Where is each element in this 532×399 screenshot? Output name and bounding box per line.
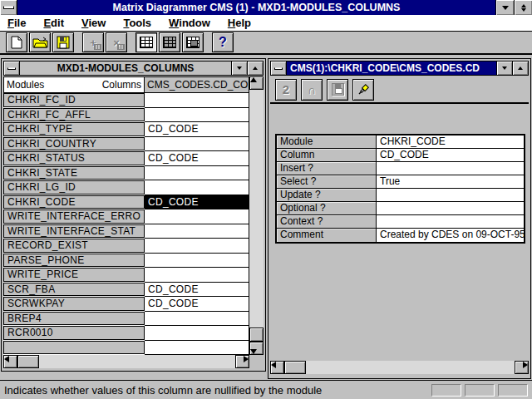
matrix-cell[interactable]	[145, 209, 249, 224]
matrix-cell[interactable]	[145, 180, 249, 195]
property-row: Column CD_CODE	[277, 149, 524, 162]
matrix-cell[interactable]	[145, 93, 249, 108]
properties-window: CMS(1):\CHKRI_CODE\CMS_CODES.CD 2 ∩	[268, 58, 531, 379]
module-row-header[interactable]: WRITE_PRICE	[3, 268, 145, 282]
module-row-header[interactable]: SCR_FBA	[3, 283, 145, 297]
status-panel-1	[431, 384, 461, 397]
module-row-header[interactable]: CHKRI_LG_ID	[3, 180, 145, 195]
matrix-cell[interactable]: CD_CODE	[145, 195, 249, 210]
property-value[interactable]	[377, 189, 524, 202]
module-row-header[interactable]: WRITE_INTERFACE_ERRO	[3, 209, 145, 224]
matrix-window-maximize-button[interactable]	[247, 62, 263, 75]
add-association-button[interactable]: +	[82, 32, 104, 52]
menu-item[interactable]: View	[81, 17, 106, 29]
property-value[interactable]: CD_CODE	[377, 149, 524, 162]
module-row-header[interactable]: CHKRI_FC_AFFL	[3, 108, 145, 122]
module-row-header[interactable]: RCR0010	[3, 326, 145, 340]
matrix-cell[interactable]	[145, 326, 249, 341]
matrix-focus-button[interactable]	[182, 32, 204, 52]
open-button[interactable]	[29, 32, 51, 52]
system-menu-icon	[274, 67, 283, 70]
scroll-right-button[interactable]	[515, 361, 529, 374]
matrix-cell[interactable]	[145, 224, 249, 239]
revert-button[interactable]: ∩	[301, 79, 323, 101]
scroll-right-button[interactable]	[235, 355, 249, 368]
matrix-row: RCR0010	[3, 326, 249, 341]
menu-bar: FileEditViewToolsWindowHelp	[0, 15, 532, 32]
module-row-header[interactable]: BREP4	[3, 312, 145, 326]
restore-button[interactable]	[514, 0, 532, 15]
pin-button[interactable]	[352, 79, 374, 101]
module-row-header[interactable]: CHKRI_COUNTRY	[3, 137, 145, 151]
menu-item[interactable]: Help	[228, 17, 251, 29]
module-row-header[interactable]: CHKRI_TYPE	[3, 122, 145, 136]
help-button[interactable]: ?	[212, 32, 234, 52]
column-header[interactable]: CMS_CODES.CD_COD	[145, 76, 249, 93]
properties-window-system-button[interactable]	[271, 62, 287, 75]
scrollbar-track[interactable]	[249, 90, 264, 342]
matrix-window-system-button[interactable]	[4, 62, 20, 75]
matrix-cell[interactable]	[145, 239, 249, 254]
module-row-header[interactable]: RECORD_EXIST	[3, 239, 145, 253]
module-row-header[interactable]: CHKRI_CODE	[3, 195, 145, 209]
matrix-window-minimize-button[interactable]	[231, 62, 247, 75]
delete-association-button[interactable]: ×	[106, 32, 127, 52]
menu-item[interactable]: Edit	[43, 17, 64, 29]
matrix-cell[interactable]	[145, 166, 249, 181]
undo-button[interactable]: 2	[275, 79, 297, 101]
scrollbar-track[interactable]	[17, 355, 236, 368]
scroll-up-button[interactable]	[249, 76, 264, 90]
property-value[interactable]	[377, 215, 524, 229]
module-row-header[interactable]: PARSE_PHONE	[3, 254, 145, 268]
properties-window-maximize-button[interactable]	[512, 62, 528, 75]
module-row-header[interactable]: CHKRI_STATE	[3, 166, 145, 180]
matrix-grid-button[interactable]	[135, 32, 157, 52]
save-properties-button[interactable]	[327, 79, 348, 101]
matrix-cell[interactable]	[145, 341, 249, 356]
properties-window-minimize-button[interactable]	[496, 62, 512, 75]
matrix-cell[interactable]	[145, 137, 249, 152]
status-panel-2	[465, 384, 495, 397]
scrollbar-thumb[interactable]	[249, 328, 264, 342]
matrix-cell[interactable]	[145, 312, 249, 327]
menu-item[interactable]: File	[7, 17, 26, 29]
scrollbar-thumb[interactable]	[17, 355, 39, 368]
scrollbar-track[interactable]	[283, 361, 515, 374]
matrix-cell[interactable]	[145, 254, 249, 268]
scrollbar-thumb[interactable]	[284, 361, 306, 374]
scroll-left-button[interactable]	[3, 355, 17, 368]
module-row-header[interactable]: CHKRI_STATUS	[3, 151, 145, 165]
new-document-button[interactable]	[6, 32, 27, 52]
scroll-left-icon	[271, 362, 276, 368]
module-row-header[interactable]: WRITE_INTERFACE_STAT	[3, 224, 145, 239]
matrix-row: SCR_FBA CD_CODE	[3, 283, 249, 298]
matrix-cell[interactable]: CD_CODE	[145, 151, 249, 166]
scroll-left-button[interactable]	[270, 361, 284, 374]
system-menu-button[interactable]	[0, 0, 17, 15]
module-row-header[interactable]: SCRWKPAY	[3, 297, 145, 311]
minimize-button[interactable]	[495, 0, 514, 15]
system-menu-icon	[7, 67, 16, 70]
matrix-cell[interactable]	[145, 268, 249, 283]
matrix-fill-button[interactable]	[159, 32, 180, 52]
property-value[interactable]	[377, 202, 524, 215]
module-row-header[interactable]: CHKRI_FC_ID	[3, 93, 145, 107]
property-value[interactable]	[377, 162, 524, 175]
new-document-icon	[11, 36, 22, 49]
matrix-row	[3, 341, 249, 356]
property-value[interactable]: CHKRI_CODE	[377, 135, 524, 149]
matrix-cell[interactable]: CD_CODE	[145, 297, 249, 312]
matrix-cell[interactable]	[145, 108, 249, 123]
menu-item[interactable]: Tools	[123, 17, 151, 29]
save-icon	[332, 83, 344, 96]
matrix-row: CHKRI_LG_ID	[3, 180, 249, 195]
menu-item[interactable]: Window	[169, 17, 210, 29]
matrix-cell[interactable]: CD_CODE	[145, 122, 249, 137]
module-row-header[interactable]	[3, 341, 145, 355]
property-value[interactable]: Created by CDES on 09-OCT-95.	[377, 229, 524, 242]
property-value[interactable]: True	[377, 175, 524, 189]
system-menu-icon	[3, 6, 14, 9]
matrix-cell[interactable]: CD_CODE	[145, 283, 249, 298]
scroll-down-button[interactable]	[249, 342, 264, 355]
save-button[interactable]	[52, 32, 74, 52]
